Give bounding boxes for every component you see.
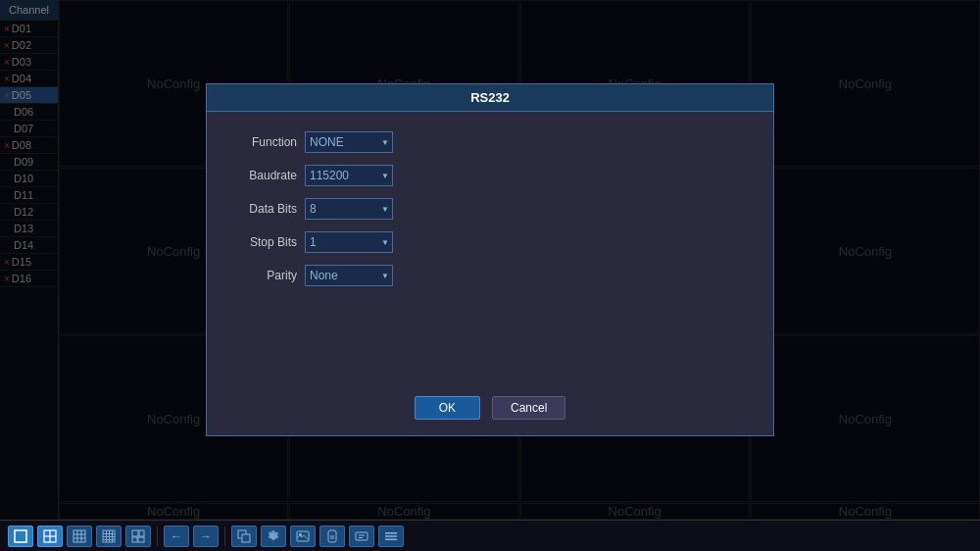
layout-9-button[interactable] (67, 526, 92, 547)
svg-rect-19 (138, 537, 144, 542)
ok-button[interactable]: OK (415, 396, 480, 420)
data-bits-select-wrapper: 5678 (305, 198, 393, 220)
spot-button[interactable] (231, 526, 257, 547)
bottom-toolbar: ← → (0, 520, 980, 551)
backup-button[interactable] (349, 526, 374, 547)
data-bits-label: Data Bits (226, 202, 305, 216)
next-button[interactable]: → (193, 526, 219, 547)
parity-label: Parity (226, 269, 305, 282)
svg-rect-17 (139, 530, 144, 536)
function-select[interactable]: NONEPTZKeyboardTransparent (305, 131, 393, 153)
stop-bits-label: Stop Bits (226, 235, 305, 249)
parity-select[interactable]: NoneOddEven (305, 265, 393, 286)
prev-button[interactable]: ← (164, 526, 189, 547)
sep2 (224, 526, 225, 546)
dialog-overlay: RS232 Function NONEPTZKeyboardTransparen… (0, 0, 980, 520)
baudrate-select-wrapper: 1200240048009600192003840057600115200 (305, 165, 393, 186)
svg-rect-18 (132, 537, 137, 542)
baudrate-select[interactable]: 1200240048009600192003840057600115200 (305, 165, 393, 186)
data-bits-row: Data Bits 5678 (226, 198, 754, 220)
svg-rect-16 (132, 530, 138, 536)
rs232-dialog: RS232 Function NONEPTZKeyboardTransparen… (206, 83, 774, 436)
parity-row: Parity NoneOddEven (226, 265, 754, 286)
svg-rect-29 (385, 532, 397, 534)
stop-bits-row: Stop Bits 12 (226, 231, 754, 253)
layout-custom-button[interactable] (125, 526, 151, 547)
sep1 (157, 526, 158, 546)
function-select-wrapper: NONEPTZKeyboardTransparent (305, 131, 393, 153)
function-label: Function (226, 135, 305, 149)
dialog-title: RS232 (207, 84, 773, 112)
cancel-button[interactable]: Cancel (492, 396, 565, 420)
svg-rect-21 (242, 534, 250, 542)
menu-button[interactable] (378, 526, 404, 547)
baudrate-label: Baudrate (226, 169, 305, 182)
dialog-footer: OK Cancel (207, 380, 773, 435)
layout-4-button[interactable] (37, 526, 63, 547)
dialog-body: Function NONEPTZKeyboardTransparent Baud… (207, 112, 773, 380)
baudrate-row: Baudrate 1200240048009600192003840057600… (226, 165, 754, 186)
layout-16-button[interactable] (96, 526, 122, 547)
parity-select-wrapper: NoneOddEven (305, 265, 393, 286)
svg-rect-28 (356, 532, 368, 540)
stop-bits-select[interactable]: 12 (305, 231, 393, 253)
svg-rect-0 (15, 530, 26, 542)
remote-button[interactable] (319, 526, 345, 547)
svg-rect-31 (385, 538, 397, 540)
svg-rect-4 (74, 530, 85, 542)
svg-rect-30 (385, 535, 397, 537)
stop-bits-select-wrapper: 12 (305, 231, 393, 253)
settings-button[interactable] (261, 526, 286, 547)
image-button[interactable] (290, 526, 316, 547)
layout-1-button[interactable] (8, 526, 33, 547)
data-bits-select[interactable]: 5678 (305, 198, 393, 220)
function-row: Function NONEPTZKeyboardTransparent (226, 131, 754, 153)
svg-rect-9 (103, 530, 115, 542)
